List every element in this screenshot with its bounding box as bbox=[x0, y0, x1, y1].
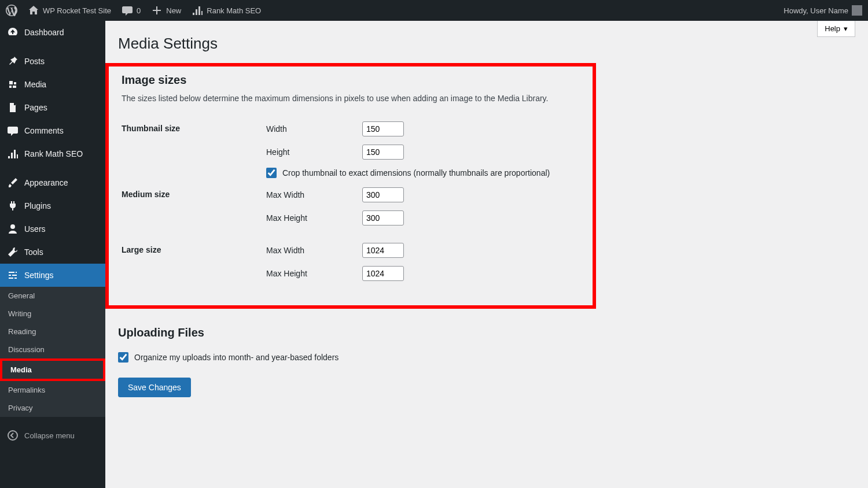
sidebar-item-label: Pages bbox=[24, 103, 47, 112]
chevron-down-icon: ▾ bbox=[844, 24, 848, 33]
home-icon bbox=[28, 5, 39, 16]
thumbnail-width-label: Width bbox=[266, 124, 362, 134]
comment-icon bbox=[7, 125, 19, 136]
gauge-icon bbox=[7, 27, 19, 38]
submenu-permalinks[interactable]: Permalinks bbox=[0, 381, 105, 399]
sidebar-item-users[interactable]: Users bbox=[0, 217, 105, 241]
sidebar-item-rank-math[interactable]: Rank Math SEO bbox=[0, 142, 105, 165]
large-maxw-input[interactable] bbox=[362, 243, 404, 258]
plug-icon bbox=[7, 200, 19, 212]
medium-maxh-label: Max Height bbox=[266, 213, 362, 223]
organize-uploads-checkbox[interactable] bbox=[118, 352, 128, 363]
plus-icon bbox=[151, 5, 163, 16]
comments-count: 0 bbox=[137, 6, 141, 15]
bar-chart-icon bbox=[7, 148, 19, 160]
crop-thumbnail-label: Crop thumbnail to exact dimensions (norm… bbox=[282, 168, 550, 178]
sliders-icon bbox=[7, 269, 19, 281]
sidebar-item-label: Plugins bbox=[24, 201, 51, 210]
submenu-discussion[interactable]: Discussion bbox=[0, 341, 105, 358]
sidebar-item-tools[interactable]: Tools bbox=[0, 241, 105, 264]
sidebar-item-media[interactable]: Media bbox=[0, 73, 105, 96]
large-maxh-label: Max Height bbox=[266, 269, 362, 278]
organize-uploads-label: Organize my uploads into month- and year… bbox=[134, 353, 339, 362]
site-name: WP Rocket Test Site bbox=[43, 6, 111, 15]
admin-toolbar: WP Rocket Test Site 0 New Rank Math SEO … bbox=[0, 0, 868, 21]
page-icon bbox=[7, 102, 19, 113]
wp-logo[interactable] bbox=[6, 5, 17, 16]
avatar bbox=[852, 5, 862, 16]
user-greeting[interactable]: Howdy, User Name bbox=[784, 5, 862, 16]
thumbnail-heading: Thumbnail size bbox=[122, 117, 266, 183]
new-label: New bbox=[166, 6, 181, 15]
comments-link[interactable]: 0 bbox=[122, 5, 141, 16]
sidebar-item-label: Appearance bbox=[24, 178, 68, 187]
sidebar-item-pages[interactable]: Pages bbox=[0, 96, 105, 119]
collapse-icon bbox=[7, 430, 19, 441]
sidebar-item-plugins[interactable]: Plugins bbox=[0, 194, 105, 217]
thumbnail-width-input[interactable] bbox=[362, 121, 404, 136]
user-icon bbox=[7, 223, 19, 235]
submenu-privacy[interactable]: Privacy bbox=[0, 399, 105, 417]
large-heading: Large size bbox=[122, 238, 266, 294]
large-maxw-label: Max Width bbox=[266, 246, 362, 255]
pin-icon bbox=[7, 56, 19, 67]
wrench-icon bbox=[7, 246, 19, 258]
sidebar-item-label: Rank Math SEO bbox=[24, 149, 83, 158]
submenu-writing[interactable]: Writing bbox=[0, 305, 105, 323]
image-sizes-section: Image sizes The sizes listed below deter… bbox=[105, 63, 596, 309]
help-label: Help bbox=[825, 24, 840, 33]
main-content: Help ▾ Media Settings Image sizes The si… bbox=[105, 21, 868, 488]
sidebar-item-label: Tools bbox=[24, 247, 43, 257]
admin-sidebar: Dashboard Posts Media Pages Comments Ran… bbox=[0, 21, 105, 488]
settings-submenu: General Writing Reading Discussion Media… bbox=[0, 287, 105, 417]
comments-icon bbox=[122, 5, 133, 16]
collapse-label: Collapse menu bbox=[24, 431, 75, 440]
sidebar-item-appearance[interactable]: Appearance bbox=[0, 171, 105, 194]
rank-math-label: Rank Math SEO bbox=[207, 6, 261, 15]
medium-maxh-input[interactable] bbox=[362, 210, 404, 225]
medium-heading: Medium size bbox=[122, 183, 266, 238]
site-link[interactable]: WP Rocket Test Site bbox=[28, 5, 111, 16]
sidebar-item-label: Comments bbox=[24, 126, 64, 135]
save-button[interactable]: Save Changes bbox=[118, 378, 191, 397]
brush-icon bbox=[7, 177, 19, 188]
greeting-text: Howdy, User Name bbox=[784, 6, 848, 15]
submenu-general[interactable]: General bbox=[0, 287, 105, 305]
rank-math-link[interactable]: Rank Math SEO bbox=[192, 5, 261, 16]
sidebar-item-dashboard[interactable]: Dashboard bbox=[0, 21, 105, 44]
sidebar-item-comments[interactable]: Comments bbox=[0, 119, 105, 142]
medium-maxw-label: Max Width bbox=[266, 190, 362, 199]
thumbnail-height-input[interactable] bbox=[362, 145, 404, 160]
submenu-media[interactable]: Media bbox=[2, 361, 103, 379]
collapse-menu[interactable]: Collapse menu bbox=[0, 423, 105, 448]
submenu-reading[interactable]: Reading bbox=[0, 323, 105, 341]
sidebar-item-settings[interactable]: Settings bbox=[0, 264, 105, 287]
section-description: The sizes listed below determine the max… bbox=[122, 94, 593, 103]
crop-thumbnail-checkbox[interactable] bbox=[266, 168, 277, 178]
svg-point-0 bbox=[8, 431, 17, 440]
sidebar-item-label: Users bbox=[24, 224, 46, 234]
new-link[interactable]: New bbox=[151, 5, 181, 16]
sidebar-item-label: Dashboard bbox=[24, 28, 64, 37]
sidebar-item-posts[interactable]: Posts bbox=[0, 50, 105, 73]
section-heading: Uploading Files bbox=[118, 326, 855, 339]
media-icon bbox=[7, 79, 19, 90]
sidebar-item-label: Media bbox=[24, 80, 46, 89]
wordpress-icon bbox=[6, 5, 17, 16]
thumbnail-height-label: Height bbox=[266, 147, 362, 157]
section-heading: Image sizes bbox=[122, 73, 593, 87]
large-maxh-input[interactable] bbox=[362, 266, 404, 281]
sidebar-item-label: Posts bbox=[24, 57, 45, 66]
medium-maxw-input[interactable] bbox=[362, 187, 404, 202]
sidebar-item-label: Settings bbox=[24, 271, 54, 280]
page-title: Media Settings bbox=[118, 35, 855, 53]
uploading-files-section: Uploading Files Organize my uploads into… bbox=[118, 326, 855, 363]
bar-chart-icon bbox=[192, 5, 203, 16]
help-button[interactable]: Help ▾ bbox=[817, 21, 855, 37]
